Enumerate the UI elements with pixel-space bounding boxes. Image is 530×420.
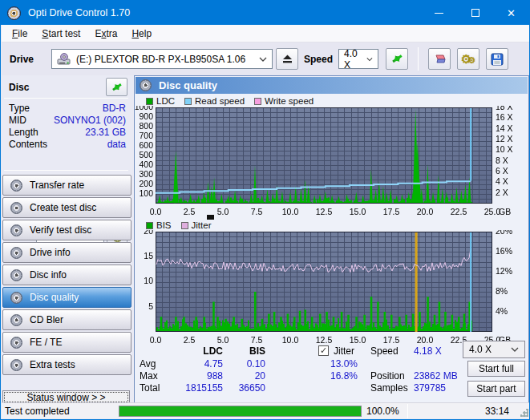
legend-label: Write speed bbox=[265, 96, 314, 106]
menubar: FileStart testExtraHelp bbox=[2, 25, 530, 42]
minimize-icon bbox=[435, 13, 443, 14]
legend-swatch bbox=[146, 98, 153, 105]
eject-icon bbox=[281, 54, 293, 64]
app-disc-icon bbox=[7, 6, 21, 20]
status-text: Test completed bbox=[5, 406, 70, 417]
legend-swatch bbox=[254, 98, 261, 105]
disc-contents-value: data bbox=[107, 139, 126, 150]
sidebar-item-disc-quality[interactable]: Disc quality bbox=[2, 287, 131, 308]
statusbar: Test completed 100.0% 33:14 bbox=[2, 402, 530, 418]
sidebar-item-disc-info[interactable]: Disc info bbox=[2, 265, 131, 285]
page-title: Disc quality bbox=[159, 79, 217, 91]
sidebar-item-label: CD Bler bbox=[30, 314, 63, 325]
sidebar-item-verify-test-disc[interactable]: Verify test disc bbox=[2, 220, 131, 240]
sidebar-item-label: Disc info bbox=[30, 269, 67, 281]
bis-column-header: BIS bbox=[227, 345, 265, 357]
sidebar-item-cd-bler[interactable]: CD Bler bbox=[2, 309, 131, 330]
menu-item-help[interactable]: Help bbox=[124, 26, 159, 42]
disc-mid-value: SONYNO1 (002) bbox=[54, 115, 126, 126]
save-button[interactable] bbox=[486, 48, 508, 70]
app-window: Opti Drive Control 1.70 ✕ FileStart test… bbox=[0, 0, 530, 420]
disc-length-label: Length bbox=[9, 127, 38, 138]
disc-icon bbox=[10, 180, 22, 192]
sidebar-item-label: FE / TE bbox=[30, 337, 62, 348]
titlebar: Opti Drive Control 1.70 ✕ bbox=[1, 1, 529, 25]
drive-value: (E:) PLEXTOR BD-R PX-LB950SA 1.06 bbox=[76, 54, 245, 65]
speed-select[interactable]: 4.0 X bbox=[463, 341, 525, 358]
minimize-button[interactable] bbox=[421, 1, 457, 25]
legend-swatch bbox=[184, 98, 192, 105]
start-full-button[interactable]: Start full bbox=[467, 361, 525, 377]
sidebar-item-fe-te[interactable]: FE / TE bbox=[2, 332, 131, 353]
close-icon: ✕ bbox=[507, 7, 516, 19]
speed-stat-label: Speed bbox=[370, 345, 399, 357]
avg-bis: 0.10 bbox=[227, 358, 265, 370]
disc-icon bbox=[10, 224, 22, 236]
progress-bar bbox=[119, 406, 362, 417]
legend-label: Read speed bbox=[195, 96, 245, 106]
chevron-down-icon bbox=[366, 57, 373, 62]
sidebar-item-create-test-disc[interactable]: Create test disc bbox=[2, 197, 131, 218]
start-part-button[interactable]: Start part bbox=[467, 381, 525, 397]
maximize-button[interactable] bbox=[457, 1, 493, 25]
menu-item-start-test[interactable]: Start test bbox=[34, 26, 87, 42]
sidebar-item-extra-tests[interactable]: Extra tests bbox=[2, 354, 131, 375]
speed-select-value: 4.0 X bbox=[469, 344, 492, 355]
disc-icon bbox=[10, 359, 22, 371]
disc-icon bbox=[10, 202, 22, 214]
sidebar-item-transfer-rate[interactable]: Transfer rate bbox=[2, 175, 131, 196]
drive-icon bbox=[57, 53, 71, 66]
resize-grip[interactable] bbox=[520, 409, 528, 417]
legend-label: LDC bbox=[156, 96, 175, 106]
sidebar-item-label: Drive info bbox=[30, 247, 71, 258]
drive-select[interactable]: (E:) PLEXTOR BD-R PX-LB950SA 1.06 bbox=[51, 49, 273, 69]
sidebar-item-drive-info[interactable]: Drive info bbox=[2, 242, 131, 263]
toolbar: Drive (E:) PLEXTOR BD-R PX-LB950SA 1.06 … bbox=[2, 42, 530, 75]
eject-button[interactable] bbox=[276, 48, 298, 70]
position-value: 23862 MB bbox=[414, 370, 458, 382]
disc-icon bbox=[140, 79, 152, 91]
legend-label: BIS bbox=[156, 220, 172, 230]
ldc-column-header: LDC bbox=[167, 345, 223, 357]
disc-icon bbox=[10, 269, 22, 281]
page-header: Disc quality bbox=[136, 77, 528, 94]
disc-refresh-button[interactable] bbox=[106, 78, 127, 96]
samples-value: 379785 bbox=[414, 382, 446, 394]
position-label: Position bbox=[370, 370, 405, 382]
max-jitter: 16.8% bbox=[299, 370, 358, 382]
max-bis: 20 bbox=[227, 370, 265, 382]
disc-mid-label: MID bbox=[9, 115, 26, 126]
refresh-arrows-icon bbox=[390, 53, 404, 65]
sidebar-item-label: Extra tests bbox=[30, 359, 75, 370]
legend-black-marker bbox=[207, 215, 214, 220]
speed-stat-value: 4.18 X bbox=[414, 345, 442, 357]
menu-item-file[interactable]: File bbox=[5, 26, 34, 42]
speed-select-toolbar[interactable]: 4.0 X bbox=[338, 49, 378, 69]
drive-label: Drive bbox=[10, 54, 34, 65]
total-row-label: Total bbox=[140, 382, 160, 394]
eraser-icon bbox=[432, 54, 447, 65]
window-title: Opti Drive Control 1.70 bbox=[28, 7, 130, 18]
refresh-arrows-icon bbox=[111, 82, 123, 93]
elapsed-time: 33:14 bbox=[485, 406, 509, 417]
close-button[interactable]: ✕ bbox=[493, 1, 529, 25]
maximize-icon bbox=[471, 9, 479, 17]
legend-swatch bbox=[181, 222, 188, 229]
main-panel: Disc quality LDCRead speedWrite speed BI… bbox=[134, 75, 529, 404]
jitter-checkbox-label: Jitter bbox=[334, 345, 354, 357]
erase-disc-button[interactable] bbox=[428, 48, 451, 70]
menu-item-extra[interactable]: Extra bbox=[87, 26, 124, 42]
sidebar-nav: Transfer rateCreate test discVerify test… bbox=[2, 175, 131, 377]
sidebar-item-label: Transfer rate bbox=[30, 180, 84, 191]
avg-ldc: 4.75 bbox=[167, 358, 223, 370]
settings-button[interactable]: ⚙⚙ bbox=[457, 48, 479, 70]
disc-type-value: BD-R bbox=[103, 103, 126, 114]
speed-label: Speed bbox=[304, 54, 333, 65]
legend-swatch bbox=[146, 222, 153, 229]
total-ldc: 1815155 bbox=[167, 382, 223, 394]
disc-length-value: 23.31 GB bbox=[85, 127, 126, 138]
refresh-button[interactable] bbox=[386, 48, 408, 70]
jitter-checkbox[interactable]: ✓ bbox=[318, 345, 329, 356]
speed-value: 4.0 X bbox=[344, 48, 362, 71]
chart2-legend: BISJitter bbox=[146, 220, 211, 230]
